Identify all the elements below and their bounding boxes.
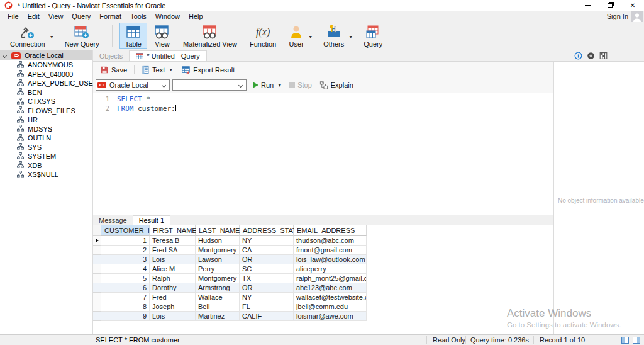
grid-row[interactable]: 9LoisMartinezCALIFloismar@awe.com (93, 312, 553, 321)
grid-cell[interactable]: 3 (101, 255, 150, 264)
toolbar-button-new-query[interactable]: New Query (59, 23, 105, 49)
grid-cell[interactable]: Montgomery (196, 246, 240, 255)
menu-help[interactable]: Help (184, 13, 208, 20)
row-selector[interactable] (93, 274, 101, 283)
toolbar-button-materialized-view[interactable]: Materialized View (177, 23, 243, 49)
grid-cell[interactable]: lois_law@outlook.com (294, 255, 367, 264)
toolbar-button-view[interactable]: View (148, 23, 176, 49)
row-selector[interactable] (93, 293, 101, 302)
tree-item-schema-ben[interactable]: BEN (0, 88, 92, 98)
toolbar-button-connection[interactable]: Connection▼ (4, 23, 51, 49)
grid-cell[interactable]: Joseph (150, 302, 196, 312)
grid-cell[interactable]: 1 (101, 236, 150, 246)
grid-cell[interactable]: 9 (101, 312, 150, 321)
menu-format[interactable]: Format (95, 13, 126, 20)
grid-cell[interactable]: Hudson (196, 236, 240, 246)
column-header-last-name[interactable]: LAST_NAME (196, 225, 240, 236)
stop-button[interactable]: Stop (289, 81, 312, 89)
grid-cell[interactable]: abc123@abc.com (294, 283, 367, 293)
grid-cell[interactable]: 8 (101, 302, 150, 312)
tree-item-schema-mdsys[interactable]: MDSYS (0, 125, 92, 134)
grid-cell[interactable]: fmont@gmail.com (294, 246, 367, 255)
close-button[interactable]: ✕ (621, 0, 644, 11)
grid-cell[interactable]: Lois (150, 255, 196, 264)
grid-view-icon[interactable] (599, 52, 608, 60)
menu-query[interactable]: Query (67, 13, 95, 20)
grid-row[interactable]: 7FredWallaceNYwallacef@testwebsite.co.uk (93, 293, 553, 302)
explain-button[interactable]: Explain (319, 81, 353, 89)
save-button[interactable]: Save (97, 64, 130, 76)
tree-item-schema-system[interactable]: SYSTEM (0, 152, 92, 161)
minimize-button[interactable] (576, 0, 599, 11)
menu-edit[interactable]: Edit (23, 13, 44, 20)
grid-cell[interactable]: loismar@awe.com (294, 312, 367, 321)
tree-item-schema-apex-public-user[interactable]: APEX_PUBLIC_USER (0, 79, 92, 88)
toggle-left-pane-icon[interactable] (621, 337, 629, 344)
tree-item-schema-xdb[interactable]: XDB (0, 161, 92, 171)
row-selector[interactable] (93, 255, 101, 264)
grid-cell[interactable]: Armstrong (196, 283, 240, 293)
grid-cell[interactable]: Fred SA (150, 246, 196, 255)
column-header-customer-id[interactable]: CUSTOMER_ID (101, 225, 150, 236)
grid-cell[interactable]: Montgomery (196, 274, 240, 283)
grid-cell[interactable]: NY (240, 293, 294, 302)
export-result-button[interactable]: Export Result (179, 64, 238, 76)
toolbar-button-function[interactable]: f(x)Function (244, 23, 282, 49)
grid-row[interactable]: 4Alice MPerrySCaliceperry (93, 264, 553, 274)
row-selector[interactable] (93, 264, 101, 274)
grid-cell[interactable]: ralph_mont25@gmail.com (294, 274, 367, 283)
grid-cell[interactable]: 6 (101, 283, 150, 293)
grid-row[interactable]: 1Teresa BHudsonNYthudson@abc.com (93, 236, 553, 246)
grid-row[interactable]: 5RalphMontgomeryTXralph_mont25@gmail.com (93, 274, 553, 283)
row-selector[interactable] (93, 312, 101, 321)
dropdown-arrow-icon[interactable]: ▼ (308, 35, 313, 39)
grid-cell[interactable]: Lois (150, 312, 196, 321)
grid-cell[interactable]: 5 (101, 274, 150, 283)
grid-cell[interactable]: Lawson (196, 255, 240, 264)
menu-tools[interactable]: Tools (126, 13, 151, 20)
grid-cell[interactable]: jbell@comm.edu (294, 302, 367, 312)
current-row-indicator[interactable] (93, 236, 101, 246)
grid-cell[interactable]: OR (240, 283, 294, 293)
dropdown-arrow-icon[interactable]: ▼ (50, 35, 54, 39)
tree-item-schema-ctxsys[interactable]: CTXSYS (0, 97, 92, 106)
grid-row[interactable]: 6DorothyArmstrongORabc123@abc.com (93, 283, 553, 293)
tab-message[interactable]: Message (93, 215, 133, 225)
grid-cell[interactable]: wallacef@testwebsite.co.uk (294, 293, 367, 302)
row-selector[interactable] (93, 302, 101, 312)
grid-cell[interactable]: Fred (150, 293, 196, 302)
grid-cell[interactable]: thudson@abc.com (294, 236, 367, 246)
grid-row[interactable]: 8JosephBellFLjbell@comm.edu (93, 302, 553, 312)
grid-cell[interactable]: 7 (101, 293, 150, 302)
toolbar-button-query[interactable]: Query (358, 23, 388, 49)
tree-item-schema-hr[interactable]: HR (0, 115, 92, 125)
toolbar-button-user[interactable]: User▼ (283, 23, 309, 49)
maximize-button[interactable] (599, 0, 621, 11)
menu-view[interactable]: View (44, 13, 68, 20)
toggle-right-pane-icon[interactable] (633, 337, 640, 344)
grid-cell[interactable]: SC (240, 264, 294, 274)
info-icon[interactable] (574, 52, 582, 60)
record-icon[interactable] (587, 52, 595, 60)
dropdown-arrow-icon[interactable]: ▼ (277, 83, 282, 88)
grid-cell[interactable]: CA (240, 246, 294, 255)
tree-item-schema-flows-files[interactable]: FLOWS_FILES (0, 106, 92, 116)
grid-cell[interactable]: Perry (196, 264, 240, 274)
grid-cell[interactable]: Alice M (150, 264, 196, 274)
grid-cell[interactable]: TX (240, 274, 294, 283)
toolbar-button-table[interactable]: Table (119, 23, 147, 49)
menu-window[interactable]: Window (151, 13, 184, 20)
tab-query-active[interactable]: * Untitled - Query (129, 50, 206, 61)
avatar[interactable] (631, 11, 643, 22)
tab-objects[interactable]: Objects (93, 50, 129, 61)
grid-cell[interactable]: OR (240, 255, 294, 264)
grid-cell[interactable]: Dorothy (150, 283, 196, 293)
grid-row[interactable]: 3LoisLawsonORlois_law@outlook.com (93, 255, 553, 264)
column-header-first-name[interactable]: FIRST_NAME (150, 225, 196, 236)
grid-cell[interactable]: Bell (196, 302, 240, 312)
grid-cell[interactable]: Teresa B (150, 236, 196, 246)
grid-cell[interactable]: CALIF (240, 312, 294, 321)
text-view-button[interactable]: Text ▼ (138, 64, 176, 76)
grid-cell[interactable]: NY (240, 236, 294, 246)
toolbar-button-others[interactable]: Others▼ (318, 23, 350, 49)
